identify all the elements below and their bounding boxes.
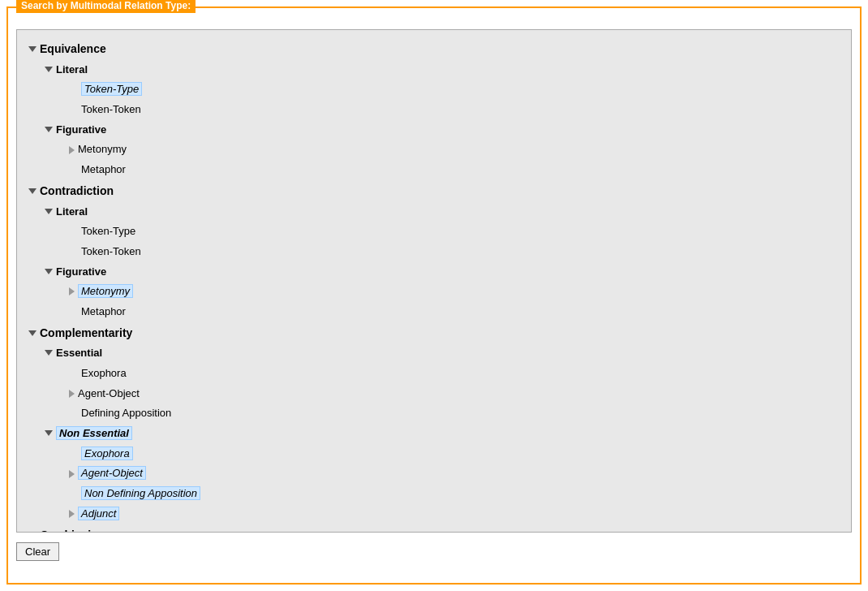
tree-label: Agent-Object (78, 387, 140, 399)
tree-item-eq-fig-metaphor[interactable]: Metaphor (28, 160, 840, 180)
tree-label: Symbiosis (41, 528, 97, 533)
arrow-right-icon (69, 470, 75, 478)
tree-container: EquivalenceLiteralToken-TypeToken-TokenF… (16, 29, 852, 533)
arrow-down-icon (45, 127, 53, 132)
tree-label: Token-Token (81, 245, 141, 257)
tree-label: Token-Type (81, 82, 142, 96)
tree-item-eq-lit-tokentoken[interactable]: Token-Token (28, 100, 840, 120)
arrow-right-icon (69, 390, 75, 398)
tree-item-eq-figurative[interactable]: Figurative (28, 120, 840, 140)
tree-label: Metaphor (81, 163, 126, 175)
tree-item-symbiosis[interactable]: Symbiosis (28, 524, 840, 533)
search-panel: Search by Multimodal Relation Type: Equi… (6, 6, 862, 585)
tree-item-equivalence[interactable]: Equivalence (28, 38, 840, 60)
tree-label: Metonymy (78, 143, 127, 155)
tree-item-con-fig-metonymy[interactable]: Metonymy (28, 282, 840, 302)
tree-item-con-literal[interactable]: Literal (28, 202, 840, 222)
tree-item-con-figurative[interactable]: Figurative (28, 262, 840, 283)
arrow-down-icon (45, 350, 53, 356)
tree-item-comp-ess-defapp[interactable]: Defining Apposition (28, 403, 840, 424)
arrow-down-icon (45, 430, 53, 436)
tree-item-eq-fig-metonymy[interactable]: Metonymy (28, 140, 840, 160)
arrow-down-icon (45, 269, 53, 274)
tree-label: Non Essential (56, 426, 132, 440)
tree-item-comp-ness-exophora[interactable]: Exophora (28, 444, 840, 464)
arrow-right-icon (69, 510, 75, 518)
tree-label: Figurative (56, 123, 106, 136)
tree-item-comp-ness-agentobject[interactable]: Agent-Object (28, 464, 840, 484)
tree-label: Defining Apposition (81, 407, 171, 419)
tree-item-con-lit-tokentoken[interactable]: Token-Token (28, 242, 840, 262)
tree-item-comp-ess-agentobject[interactable]: Agent-Object (28, 384, 840, 404)
clear-button[interactable]: Clear (16, 542, 59, 561)
tree-label: Contradiction (40, 184, 114, 197)
tree-item-contradiction[interactable]: Contradiction (28, 180, 840, 202)
tree-label: Figurative (56, 265, 106, 278)
tree-label: Token-Token (81, 103, 141, 115)
arrow-down-icon (28, 46, 37, 52)
arrow-right-icon (69, 287, 75, 296)
arrow-down-icon (28, 188, 37, 194)
tree-item-eq-lit-tokentype[interactable]: Token-Type (28, 80, 840, 100)
tree-item-con-fig-metaphor[interactable]: Metaphor (28, 302, 840, 322)
tree-item-comp-essential[interactable]: Essential (28, 343, 840, 364)
tree-label: Agent-Object (78, 466, 146, 480)
tree-item-comp-nonessential[interactable]: Non Essential (28, 424, 840, 444)
tree-label: Token-Type (81, 225, 135, 237)
tree-label: Literal (56, 63, 88, 75)
tree-item-comp-ess-exophora[interactable]: Exophora (28, 364, 840, 384)
arrow-right-icon (69, 146, 75, 154)
tree-label: Exophora (81, 446, 133, 460)
tree-item-con-lit-tokentype[interactable]: Token-Type (28, 222, 840, 242)
tree-item-comp-ness-adjunct[interactable]: Adjunct (28, 504, 840, 524)
tree-label: Complementarity (40, 326, 132, 339)
tree-label: Metonymy (78, 284, 133, 298)
tree-label: Essential (56, 347, 102, 359)
tree-label: Metaphor (81, 305, 126, 317)
tree-item-comp-ness-nondefapp[interactable]: Non Defining Apposition (28, 484, 840, 504)
tree-label: Adjunct (78, 507, 119, 520)
panel-header: Search by Multimodal Relation Type: (16, 0, 196, 13)
arrow-down-icon (28, 330, 37, 336)
arrow-down-icon (45, 67, 53, 72)
tree-label: Literal (56, 205, 88, 218)
tree-item-eq-literal[interactable]: Literal (28, 60, 840, 80)
tree-item-complementarity[interactable]: Complementarity (28, 322, 840, 344)
tree-label: Exophora (81, 367, 127, 379)
arrow-down-icon (45, 209, 53, 214)
tree-label: Non Defining Apposition (81, 486, 200, 500)
tree-label: Equivalence (40, 42, 106, 55)
